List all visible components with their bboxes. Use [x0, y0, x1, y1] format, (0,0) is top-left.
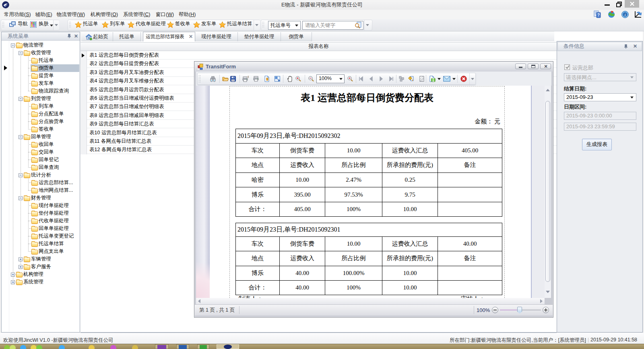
svg-text:?: ?: [248, 76, 249, 79]
svg-text:?: ?: [597, 13, 600, 17]
